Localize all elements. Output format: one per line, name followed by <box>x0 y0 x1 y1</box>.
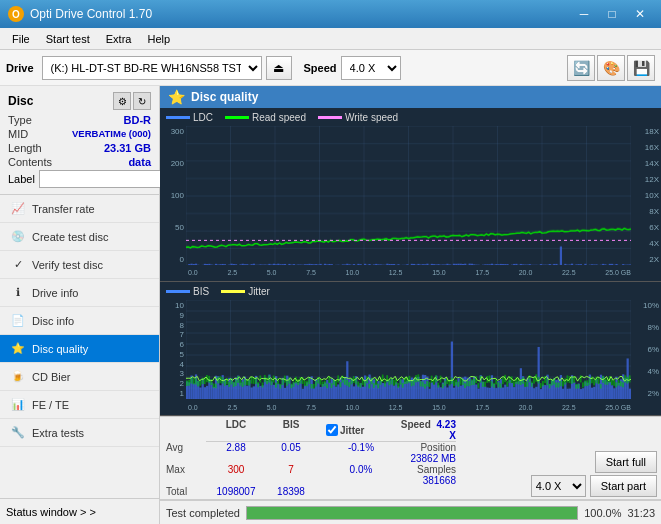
drive-info-icon: ℹ <box>10 285 26 301</box>
speed-label: Speed <box>304 62 337 74</box>
nav-cd-bier[interactable]: 🍺 CD Bier <box>0 363 159 391</box>
close-button[interactable]: ✕ <box>627 4 653 24</box>
chart2-canvas <box>186 300 631 399</box>
contents-value: data <box>128 156 151 168</box>
ldc-header: LDC <box>206 419 266 442</box>
max-jitter: 0.0% <box>316 464 396 486</box>
y-left-300: 300 <box>171 127 184 136</box>
chart1-canvas <box>186 126 631 265</box>
nav-disc-quality[interactable]: ⭐ Disc quality <box>0 335 159 363</box>
nav-fe-te[interactable]: 📊 FE / TE <box>0 391 159 419</box>
disc-quality-icon: ⭐ <box>10 341 26 357</box>
drive-label: Drive <box>6 62 34 74</box>
create-test-disc-label: Create test disc <box>32 231 108 243</box>
status-text: Test completed <box>166 507 240 519</box>
status-window-btn[interactable]: Status window > > <box>0 498 159 524</box>
toolbar: Drive (K:) HL-DT-ST BD-RE WH16NS58 TST4 … <box>0 50 661 86</box>
chart1-legend-read: Read speed <box>252 112 306 123</box>
label-input[interactable] <box>39 170 172 188</box>
fe-te-label: FE / TE <box>32 399 69 411</box>
y-right-6x: 6X <box>635 223 659 232</box>
nav-disc-info[interactable]: 📄 Disc info <box>0 307 159 335</box>
progress-bar <box>246 506 578 520</box>
y-right-2x: 2X <box>635 255 659 264</box>
disc-panel: Disc ⚙ ↻ Type BD-R MID VERBATIMe (000) L… <box>0 86 159 195</box>
type-value: BD-R <box>124 114 152 126</box>
drive-info-label: Drive info <box>32 287 78 299</box>
y-left-0: 0 <box>180 255 184 264</box>
app-title: Opti Drive Control 1.70 <box>30 7 152 21</box>
menu-extra[interactable]: Extra <box>98 28 140 50</box>
y-right-14x: 14X <box>635 159 659 168</box>
avg-ldc: 2.88 <box>206 442 266 464</box>
mid-label: MID <box>8 128 28 140</box>
maximize-button[interactable]: □ <box>599 4 625 24</box>
nav-extra-tests[interactable]: 🔧 Extra tests <box>0 419 159 447</box>
minimize-button[interactable]: ─ <box>571 4 597 24</box>
disc-info-label: Disc info <box>32 315 74 327</box>
sidebar: Disc ⚙ ↻ Type BD-R MID VERBATIMe (000) L… <box>0 86 160 524</box>
total-ldc: 1098007 <box>206 486 266 497</box>
toolbar-btn-2[interactable]: 🎨 <box>597 55 625 81</box>
label-label: Label <box>8 173 35 185</box>
title-bar: O Opti Drive Control 1.70 ─ □ ✕ <box>0 0 661 28</box>
y-left-50: 50 <box>175 223 184 232</box>
extra-tests-icon: 🔧 <box>10 425 26 441</box>
jitter-checkbox[interactable] <box>326 424 338 436</box>
avg-label: Avg <box>166 442 206 464</box>
menu-bar: File Start test Extra Help <box>0 28 661 50</box>
toolbar-btn-3[interactable]: 💾 <box>627 55 655 81</box>
start-part-button[interactable]: Start part <box>590 475 657 497</box>
position-value: 23862 MB <box>410 453 456 464</box>
length-label: Length <box>8 142 42 154</box>
time-elapsed: 31:23 <box>627 507 655 519</box>
y-right-12x: 12X <box>635 175 659 184</box>
cd-bier-icon: 🍺 <box>10 369 26 385</box>
y-right-16x: 16X <box>635 143 659 152</box>
chart1-legend-ldc: LDC <box>193 112 213 123</box>
bottom-status-bar: Test completed 100.0% 31:23 <box>160 500 661 524</box>
speed-select[interactable]: 4.0 X <box>341 56 401 80</box>
type-label: Type <box>8 114 32 126</box>
stats-panel: LDC BIS Jitter Speed 4.23 X Avg <box>160 416 661 500</box>
chart2-container: BIS Jitter 10% 8% 6% 4% 2% <box>160 282 661 416</box>
nav-verify-test-disc[interactable]: ✓ Verify test disc <box>0 251 159 279</box>
disc-quality-label: Disc quality <box>32 343 88 355</box>
chart2-legend-jitter: Jitter <box>248 286 270 297</box>
toolbar-btn-1[interactable]: 🔄 <box>567 55 595 81</box>
mid-value: VERBATIMe (000) <box>72 128 151 140</box>
nav-transfer-rate[interactable]: 📈 Transfer rate <box>0 195 159 223</box>
y-right-8x: 8X <box>635 207 659 216</box>
menu-help[interactable]: Help <box>139 28 178 50</box>
app-icon: O <box>8 6 24 22</box>
max-label: Max <box>166 464 206 486</box>
progress-fill <box>247 507 577 519</box>
chart1-legend-write: Write speed <box>345 112 398 123</box>
disc-info-icon: 📄 <box>10 313 26 329</box>
transfer-rate-label: Transfer rate <box>32 203 95 215</box>
speed-dropdown[interactable]: 4.0 X <box>531 475 586 497</box>
nav-drive-info[interactable]: ℹ Drive info <box>0 279 159 307</box>
drive-select[interactable]: (K:) HL-DT-ST BD-RE WH16NS58 TST4 <box>42 56 262 80</box>
create-test-disc-icon: 💿 <box>10 229 26 245</box>
nav-create-test-disc[interactable]: 💿 Create test disc <box>0 223 159 251</box>
menu-file[interactable]: File <box>4 28 38 50</box>
extra-tests-label: Extra tests <box>32 427 84 439</box>
bis-header: BIS <box>266 419 316 442</box>
avg-jitter: -0.1% <box>316 442 396 464</box>
y-left-200: 200 <box>171 159 184 168</box>
menu-start-test[interactable]: Start test <box>38 28 98 50</box>
y-right-4x: 4X <box>635 239 659 248</box>
chart2-legend-bis: BIS <box>193 286 209 297</box>
charts-area: LDC Read speed Write speed <box>160 108 661 500</box>
disc-icon-1[interactable]: ⚙ <box>113 92 131 110</box>
y-right-10x: 10X <box>635 191 659 200</box>
speed-value-text: 4.23 X <box>437 419 456 441</box>
position-label: Position <box>420 442 456 453</box>
start-full-button[interactable]: Start full <box>595 451 657 473</box>
samples-value: 381668 <box>423 475 456 486</box>
disc-icon-2[interactable]: ↻ <box>133 92 151 110</box>
jitter-header: Jitter <box>340 425 364 436</box>
verify-test-disc-icon: ✓ <box>10 257 26 273</box>
eject-button[interactable]: ⏏ <box>266 56 292 80</box>
